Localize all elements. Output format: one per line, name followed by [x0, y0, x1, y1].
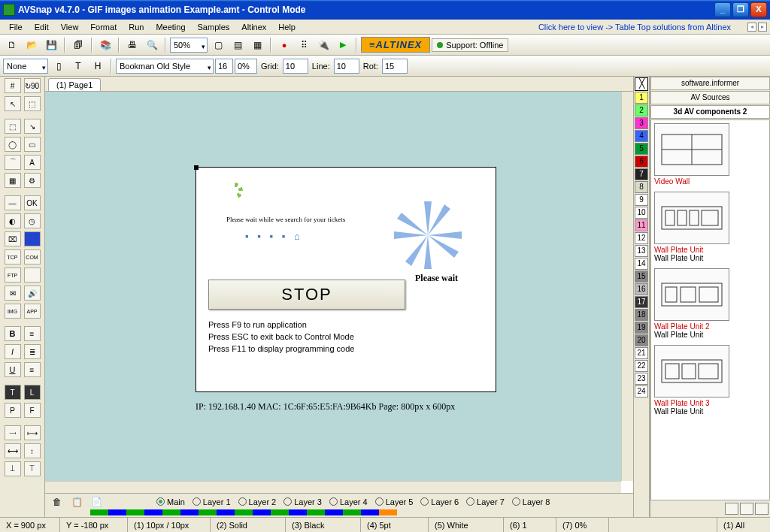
ok-icon[interactable]: OK	[24, 195, 41, 210]
close-button[interactable]: X	[750, 2, 767, 17]
grid-dots-button[interactable]: ⠿	[295, 37, 313, 53]
dash-icon[interactable]: —	[5, 195, 21, 210]
swatch[interactable]	[343, 509, 352, 515]
arrow3-icon[interactable]: ⟷	[5, 443, 21, 458]
numstrip-17[interactable]: 17	[635, 296, 648, 308]
rotate90-icon[interactable]: ↻90	[24, 78, 41, 93]
swatch[interactable]	[379, 509, 388, 515]
swatch[interactable]	[316, 509, 325, 515]
swatch[interactable]	[135, 509, 144, 515]
layer-5[interactable]: Layer 5	[372, 497, 417, 506]
swatch[interactable]	[325, 509, 334, 515]
italic-icon[interactable]: I	[5, 344, 21, 359]
app-icon-btn[interactable]: APP	[24, 304, 41, 319]
layer-3[interactable]: Layer 3	[280, 497, 325, 506]
swatch[interactable]	[226, 509, 235, 515]
rfooter-icon-2[interactable]	[740, 503, 753, 515]
ellipse-icon[interactable]: ◯	[5, 137, 21, 152]
align-icon[interactable]: ≣	[24, 344, 41, 359]
numstrip-4[interactable]: 4	[635, 130, 648, 142]
t-button[interactable]: T	[69, 58, 87, 74]
palette-item[interactable]: Wall Plate Unit 2 Wall Plate Unit	[654, 268, 766, 339]
component-palette[interactable]: Video Wall Wall Plate Unit Wall Plate Un…	[650, 119, 770, 500]
swatch[interactable]	[235, 509, 244, 515]
rect-icon[interactable]: ▭	[24, 137, 41, 152]
com-icon[interactable]: COM	[24, 249, 41, 264]
copy-button[interactable]: 🗐	[69, 37, 87, 53]
swatch[interactable]	[253, 509, 262, 515]
menu-file[interactable]: File	[3, 21, 29, 33]
numstrip-15[interactable]: 15	[635, 271, 648, 283]
arc-icon[interactable]: ⌒	[5, 155, 21, 170]
swatch[interactable]	[153, 509, 162, 515]
horizontal-scrollbar[interactable]	[45, 481, 621, 493]
swatch[interactable]	[289, 509, 298, 515]
numstrip-19[interactable]: 19	[635, 322, 648, 334]
zoom-combo[interactable]: 50%	[170, 38, 208, 53]
rtab-avsources[interactable]: AV Sources	[650, 91, 770, 104]
swatch[interactable]	[162, 509, 171, 515]
arrow5-icon[interactable]: ⟘	[5, 461, 21, 476]
vertical-scrollbar[interactable]	[621, 92, 633, 481]
numstrip-14[interactable]: 14	[635, 258, 648, 270]
altinex-logo[interactable]: ≡ALTINEX	[361, 37, 430, 53]
swatch[interactable]	[189, 509, 199, 515]
text-frame-button[interactable]: ▯	[50, 58, 68, 74]
arrow4-icon[interactable]: ↕	[24, 443, 41, 458]
numstrip-16[interactable]: 16	[635, 283, 648, 295]
numstrip-12[interactable]: 12	[635, 232, 648, 244]
swatch[interactable]	[208, 509, 217, 515]
preview-button[interactable]: 🔍	[143, 37, 161, 53]
layer-main[interactable]: Main	[153, 497, 188, 506]
rfooter-icon-3[interactable]	[755, 503, 768, 515]
linestyle-combo[interactable]: None	[3, 59, 48, 74]
open-button[interactable]: 📂	[23, 37, 41, 53]
numstrip-2[interactable]: 2	[635, 104, 648, 116]
nav-icon[interactable]: ⬚	[24, 96, 41, 111]
gear-icon[interactable]: ⚙	[24, 173, 41, 188]
layer-8[interactable]: Layer 8	[509, 497, 553, 506]
ftp-icon[interactable]: FTP	[5, 268, 21, 283]
numstrip-1[interactable]: 1	[635, 92, 648, 104]
bold-icon[interactable]: B	[5, 326, 21, 341]
mdi-next[interactable]: ▸	[758, 23, 767, 32]
rtab-3dav[interactable]: 3d AV components 2	[650, 105, 770, 119]
menu-samples[interactable]: Samples	[192, 21, 236, 33]
menu-format[interactable]: Format	[84, 21, 123, 33]
swatch[interactable]	[262, 509, 271, 515]
menu-help[interactable]: Help	[272, 21, 302, 33]
numstrip-3[interactable]: 3	[635, 117, 648, 129]
line-input[interactable]: 10	[334, 59, 359, 74]
layer-paste-icon[interactable]: 📄	[87, 494, 105, 510]
layout-button[interactable]: ▦	[248, 37, 266, 53]
swatch[interactable]	[388, 509, 397, 515]
img-icon[interactable]: IMG	[5, 304, 21, 319]
swatch[interactable]	[370, 509, 379, 515]
l-dark-icon[interactable]: L	[24, 385, 41, 400]
blank-icon[interactable]	[24, 268, 41, 283]
clock-icon[interactable]: ◷	[24, 213, 41, 228]
font-size-input[interactable]: 16	[215, 59, 233, 74]
numstrip-5[interactable]: 5	[635, 143, 648, 155]
print-button[interactable]: 🖶	[123, 37, 141, 53]
textlines-icon[interactable]: ≡	[24, 362, 41, 377]
swatch[interactable]	[217, 509, 226, 515]
numstrip-21[interactable]: 21	[635, 347, 648, 359]
rot-input[interactable]: 15	[382, 59, 408, 74]
layer-6[interactable]: Layer 6	[417, 497, 462, 506]
support-status[interactable]: Support: Offline	[432, 38, 508, 52]
blue-icon[interactable]	[24, 231, 41, 246]
arrow6-icon[interactable]: ⟙	[24, 461, 41, 476]
numstrip-20[interactable]: 20	[635, 334, 648, 346]
swatch[interactable]	[361, 509, 370, 515]
palette-item[interactable]: Wall Plate Unit 3 Wall Plate Unit	[654, 345, 766, 416]
speaker-icon[interactable]: 🔊	[24, 286, 41, 301]
mail-icon[interactable]: ✉	[5, 286, 21, 301]
layer-4[interactable]: Layer 4	[326, 497, 371, 506]
swatch[interactable]	[271, 509, 280, 515]
promo-link[interactable]: Click here to view -> Table Top solution…	[538, 23, 746, 32]
text-icon[interactable]: A	[24, 155, 41, 170]
menu-altinex[interactable]: Altinex	[235, 21, 272, 33]
p-icon[interactable]: P	[5, 403, 21, 418]
menu-view[interactable]: View	[55, 21, 85, 33]
